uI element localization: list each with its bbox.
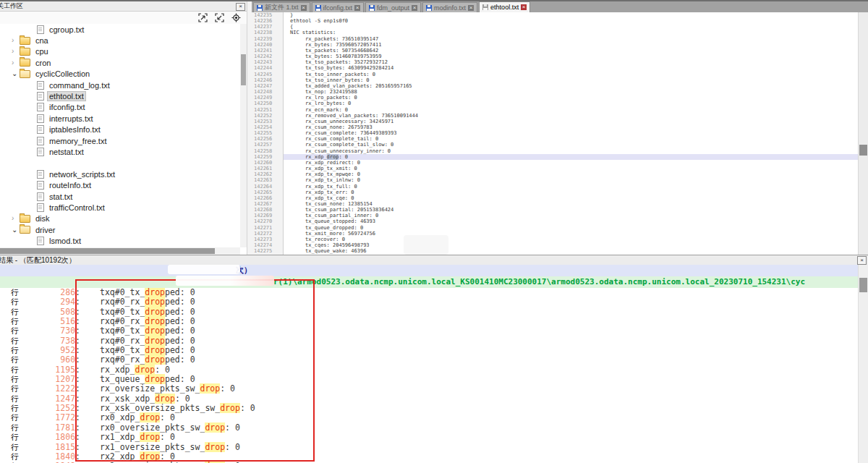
tree-item[interactable]: lsmod.txt [0, 235, 240, 246]
file-icon [37, 137, 44, 145]
chevron-icon[interactable] [12, 59, 20, 67]
line-text: tx_xmit_more: 569724756 [283, 231, 375, 237]
editor-line: 142274 tx_cqes: 204596498793 [252, 242, 859, 248]
scrollbar-thumb[interactable] [859, 278, 867, 292]
close-icon[interactable] [301, 5, 307, 11]
row-line-prefix: 行 [0, 384, 35, 394]
line-text: { [283, 24, 293, 30]
editor-line: 142240 rx_bytes: 735960572057411 [252, 42, 859, 48]
close-icon[interactable]: × [236, 3, 245, 11]
tree-item[interactable]: cgroup.txt [0, 24, 240, 35]
chevron-icon[interactable] [12, 226, 20, 234]
tree-item[interactable]: network_scripts.txt [0, 169, 240, 179]
line-text: rx_lro_packets: 0 [283, 95, 357, 101]
chevron-icon[interactable] [12, 215, 20, 222]
scrollbar-thumb[interactable] [859, 145, 867, 156]
editor-tab[interactable]: 新文件 1.txt [253, 2, 310, 12]
line-text: rx_xdp_tx_inlnw: 0 [283, 177, 360, 183]
editor-tab[interactable]: fdm_output [365, 2, 421, 12]
close-icon[interactable] [354, 5, 360, 11]
editor-pane: 新文件 1.txt ifconfig.txt fdm_output modinf… [252, 1, 868, 255]
editor-line: 142259 rx_xdp_drop: 0 [252, 154, 859, 160]
line-text: rx_csum_complete_tail_slow: 0 [283, 142, 393, 148]
close-icon[interactable] [521, 4, 527, 10]
scrollbar-thumb[interactable] [241, 54, 246, 85]
tab-label: fdm_output [377, 4, 409, 12]
line-text: rx_csum_unnecessary_inner: 0 [283, 148, 391, 154]
tree-item[interactable]: cna [0, 35, 240, 46]
editor-line: 142254 rx_csum_none: 26759783 [252, 124, 859, 130]
locate-file-icon[interactable] [231, 13, 241, 22]
editor-line: 142263 rx_xdp_tx_inlnw: 0 [252, 177, 859, 183]
tree-item[interactable]: iptablesInfo.txt [0, 124, 240, 135]
tree-item-label: routeInfo.txt [48, 181, 93, 190]
line-text: tx_cqes: 204596498793 [283, 242, 370, 248]
close-icon[interactable] [412, 5, 417, 11]
scrollbar-thumb[interactable] [0, 248, 215, 254]
tree-item[interactable]: cron [0, 57, 240, 68]
editor-line: 142275 tx_queue_wake: 46396 [252, 248, 859, 254]
line-number: 142240 [252, 42, 283, 48]
editor-line: 142244 tx_tso_bytes: 463099429284214 [252, 65, 859, 71]
line-text: rx_xdp_tx_full: 0 [283, 184, 357, 190]
editor-line: 142264 rx_xdp_tx_full: 0 [252, 184, 859, 190]
editor-line: 142271 tx_queue_dropped: 0 [252, 225, 859, 231]
chevron-icon[interactable] [12, 70, 20, 77]
line-number: 142250 [252, 101, 283, 106]
search-summary-line: 索 "drop" （1个文件中匹配到10192次，总计 次） [0, 265, 859, 276]
editor-tab[interactable]: modinfo.txt [422, 2, 477, 12]
editor-tab[interactable]: ifconfig.txt [312, 2, 365, 12]
collapse-all-icon[interactable] [215, 13, 224, 22]
editor-line: 142258 rx_csum_unnecessary_inner: 0 [252, 148, 859, 154]
tree-item[interactable]: command_log.txt [0, 80, 240, 90]
line-text: rx_csum_none: 26759783 [283, 124, 373, 130]
row-line-prefix: 行 [0, 297, 35, 307]
file-icon [37, 103, 44, 111]
tree-item[interactable]: interrupts.txt [0, 113, 240, 124]
editor-tab[interactable]: ethtool.txt [479, 1, 530, 12]
close-icon[interactable]: × [857, 256, 867, 265]
tree-item-label: ethtool.txt [48, 92, 85, 101]
row-line-number: 738 [35, 336, 80, 346]
line-number: 142272 [252, 231, 283, 237]
line-text: rx_ecn_mark: 0 [283, 107, 348, 113]
line-text: rx_xdp_redirect: 0 [283, 160, 360, 166]
expand-all-icon[interactable] [198, 13, 208, 22]
line-number: 142255 [252, 130, 283, 136]
tree-item[interactable]: disk [0, 213, 240, 224]
tree-item[interactable]: driver [0, 224, 240, 235]
annotation-rectangle [75, 279, 315, 462]
tab-label: modinfo.txt [434, 4, 466, 12]
row-line-prefix: 行 [0, 452, 35, 462]
editor-line: 142245 tx_tso_inner_packets: 0 [252, 72, 859, 77]
editor-vertical-scrollbar[interactable] [858, 12, 868, 255]
tree-item[interactable]: routeInfo.txt [0, 179, 240, 190]
tree-item[interactable]: trafficControl.txt [0, 202, 240, 213]
tab-label: ethtool.txt [490, 4, 519, 11]
tree-item[interactable]: ifconfig.txt [0, 102, 240, 113]
tree-item[interactable]: cpu [0, 46, 240, 57]
results-vertical-scrollbar[interactable] [858, 265, 868, 463]
line-text: tx_nop: 232419588 [283, 89, 357, 95]
tree-item[interactable]: stat.txt [0, 191, 240, 202]
workspace-toolbar [0, 12, 247, 24]
row-line-number: 1222 [35, 384, 80, 394]
line-number: 142262 [252, 171, 283, 177]
editor-line: 142252 rx_removed_vlan_packets: 73651009… [252, 113, 859, 119]
tree-item-label: netstat.txt [48, 148, 85, 156]
editor-line: 142273 tx_recover: 0 [252, 237, 859, 242]
tree-horizontal-scrollbar[interactable] [0, 247, 240, 255]
tree-item[interactable]: memory_free.txt [0, 135, 240, 146]
line-text: tx_bytes: 514607839753959 [283, 54, 381, 59]
chevron-icon[interactable] [12, 48, 20, 55]
tree-item[interactable]: cyclicCollection [0, 69, 240, 80]
tree-item[interactable]: netstat.txt [0, 146, 240, 157]
line-text: tx_queue_stopped: 46393 [283, 218, 375, 224]
editor-text-area[interactable]: 142235 } 142236 ethtool -S enp1s0f0 1422… [252, 12, 859, 255]
save-floppy-icon [369, 5, 375, 11]
close-icon[interactable] [468, 5, 474, 11]
tree-item[interactable]: ethtool.txt [0, 90, 240, 101]
chevron-icon[interactable] [12, 37, 20, 44]
line-text: rx_xdp_tx_cqe: 0 [283, 195, 354, 201]
tree-vertical-scrollbar[interactable] [240, 24, 247, 247]
